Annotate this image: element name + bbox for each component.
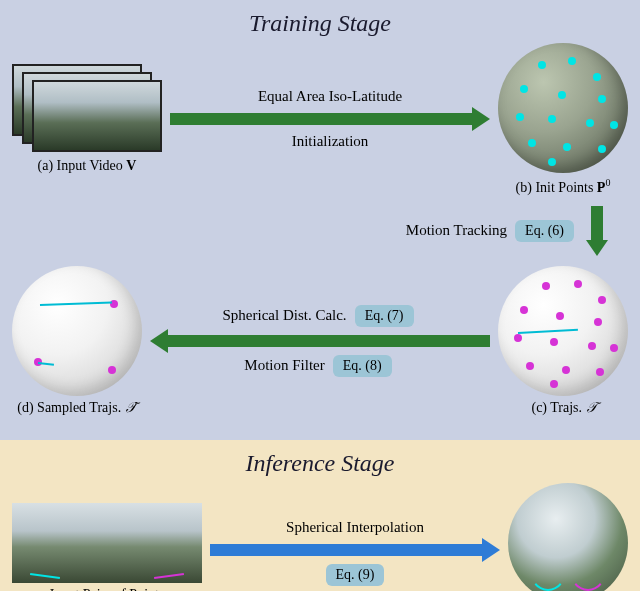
eq-badge-7: Eq. (7) [355,305,414,327]
arrow-interp-label: Spherical Interpolation [286,519,424,536]
row-a-to-b: (a) Input Video V Equal Area Iso-Latitud… [12,43,628,196]
training-stage-title: Training Stage [12,10,628,37]
sampled-trajs-caption: (d) Sampled Trajs. 𝒯′ [17,400,136,416]
inference-stage-panel: Inference Stage Input Pairs of Points Sp… [0,440,640,591]
eq-badge-6: Eq. (6) [515,220,574,242]
sphere-inference-icon [508,483,628,591]
inference-stage-title: Inference Stage [12,450,628,477]
init-points-caption: (b) Init Points P0 [516,177,611,196]
input-pairs-caption: Input Pairs of Points [50,587,165,591]
arrow-filter-label-2: Motion Filter [244,357,324,373]
row-inference: Input Pairs of Points Spherical Interpol… [12,483,628,591]
input-video-caption: (a) Input Video V [38,158,137,174]
figure-sme: Training Stage (a) Input Video V Equal A… [0,0,640,591]
input-video-block: (a) Input Video V [12,64,162,174]
arrow-motion-filter: Spherical Dist. Calc. Eq. (7) Motion Fil… [142,303,498,379]
arrow-motion-tracking: Motion Tracking Eq. (6) [406,202,628,260]
eq-badge-8: Eq. (8) [333,355,392,377]
green-arrow-down-icon [586,206,608,256]
panorama-icon [12,503,202,583]
arrow-track-label: Motion Tracking [406,222,507,238]
arrow-init-label-2: Initialization [292,133,369,150]
row-d-from-c: (d) Sampled Trajs. 𝒯′ Spherical Dist. Ca… [12,266,628,416]
sphere-trajs-icon [498,266,628,396]
row-vertical-arrow: Motion Tracking Eq. (6) [12,202,628,260]
trajs-block: (c) Trajs. 𝒯 [498,266,628,416]
green-arrow-icon [170,107,490,131]
input-pairs-block: Input Pairs of Points [12,503,202,591]
sphere-init-points-icon [498,43,628,173]
arrow-spherical-interp: Spherical Interpolation Eq. (9) [202,517,508,588]
sampled-trajs-block: (d) Sampled Trajs. 𝒯′ [12,266,142,416]
video-stack-icon [12,64,162,154]
arrow-filter-label-1: Spherical Dist. Calc. [222,307,346,323]
training-stage-panel: Training Stage (a) Input Video V Equal A… [0,0,640,440]
green-arrow-left-icon [150,329,490,353]
sphere-sampled-icon [12,266,142,396]
blue-arrow-icon [210,538,500,562]
output-trajs-block: Trajs. 𝒯̃ [508,483,628,591]
arrow-initialization: Equal Area Iso-Latitude Initialization [162,86,498,152]
init-points-block: (b) Init Points P0 [498,43,628,196]
arrow-init-label-1: Equal Area Iso-Latitude [258,88,402,105]
trajs-caption: (c) Trajs. 𝒯 [531,400,594,416]
eq-badge-9: Eq. (9) [326,564,385,586]
